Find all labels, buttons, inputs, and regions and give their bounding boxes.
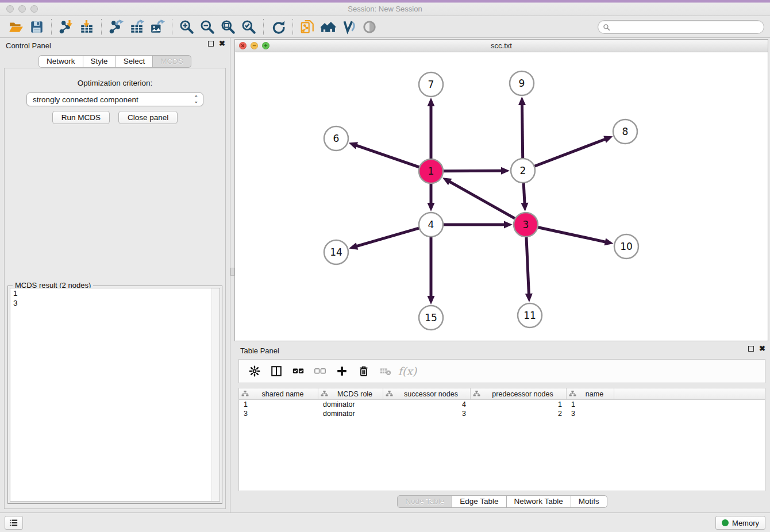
save-session-button[interactable] bbox=[26, 18, 47, 36]
refresh-layout-icon bbox=[271, 20, 286, 34]
panel-splitter-handle[interactable] bbox=[230, 268, 234, 276]
network-window-title: scc.txt bbox=[235, 41, 768, 50]
export-table-button[interactable] bbox=[126, 18, 147, 36]
node-label-1: 1 bbox=[428, 165, 434, 177]
close-table-panel-icon[interactable]: ✖ bbox=[759, 346, 765, 352]
tab-edge-table[interactable]: Edge Table bbox=[452, 495, 506, 508]
node-table[interactable]: shared nameMCDS rolesuccessor nodesprede… bbox=[238, 388, 765, 491]
node-label-14: 14 bbox=[330, 246, 342, 258]
edge-3-10[interactable] bbox=[538, 227, 607, 242]
column-header-successor-nodes[interactable]: successor nodes bbox=[383, 388, 471, 399]
zoom-selected-icon bbox=[241, 20, 256, 34]
table-cell: dominator bbox=[318, 409, 383, 418]
close-panel-button[interactable]: Close panel bbox=[118, 111, 178, 124]
edge-4-14[interactable] bbox=[356, 228, 419, 246]
node-label-9: 9 bbox=[519, 78, 525, 89]
select-stepper-icon: ⌃⌄ bbox=[194, 96, 198, 103]
zoom-fit-button[interactable] bbox=[218, 18, 238, 36]
delete-column-button[interactable] bbox=[354, 363, 374, 380]
import-network-button[interactable] bbox=[56, 18, 76, 36]
control-panel-header: Control Panel ✖ bbox=[0, 38, 230, 53]
new-network-from-file-button[interactable] bbox=[297, 18, 318, 36]
tab-mcds[interactable]: MCDS bbox=[152, 55, 191, 68]
toolbar-separator bbox=[51, 19, 52, 35]
tab-select[interactable]: Select bbox=[116, 55, 153, 68]
open-session-icon bbox=[9, 20, 24, 34]
column-type-icon bbox=[473, 390, 480, 398]
settings-button[interactable] bbox=[245, 363, 264, 380]
arrowhead-1-7 bbox=[428, 98, 435, 106]
main-toolbar bbox=[0, 16, 770, 38]
open-session-button[interactable] bbox=[6, 18, 26, 36]
tab-motifs[interactable]: Motifs bbox=[571, 495, 607, 508]
network-graph[interactable]: 1234678910111415 bbox=[235, 52, 768, 341]
tab-network[interactable]: Network bbox=[38, 55, 83, 68]
float-table-panel-icon[interactable] bbox=[748, 346, 754, 352]
memory-status-dot bbox=[722, 519, 729, 526]
titlebar: Session: New Session bbox=[0, 0, 770, 16]
mcds-result-item[interactable]: 1 bbox=[10, 288, 220, 298]
column-header-predecessor-nodes[interactable]: predecessor nodes bbox=[471, 388, 567, 399]
edge-3-11[interactable] bbox=[526, 237, 529, 295]
tab-style[interactable]: Style bbox=[83, 55, 116, 68]
tab-node-table[interactable]: Node Table bbox=[397, 495, 452, 508]
node-label-2: 2 bbox=[520, 165, 526, 176]
edge-3-1[interactable] bbox=[448, 181, 515, 219]
select-all-button[interactable] bbox=[288, 363, 308, 380]
zoom-in-icon bbox=[179, 20, 194, 34]
arrowhead-1-4 bbox=[428, 203, 435, 211]
zoom-out-button[interactable] bbox=[197, 18, 218, 36]
network-canvas[interactable]: 1234678910111415 bbox=[235, 52, 768, 341]
mcds-result-item[interactable]: 3 bbox=[10, 298, 220, 308]
task-history-button[interactable] bbox=[5, 516, 23, 530]
edge-2-9[interactable] bbox=[522, 103, 522, 159]
arrowhead-3-11 bbox=[525, 294, 533, 302]
node-label-6: 6 bbox=[333, 133, 340, 144]
edge-2-3[interactable] bbox=[523, 183, 525, 205]
memory-button[interactable]: Memory bbox=[715, 516, 765, 530]
optimization-criterion-label: Optimization criterion: bbox=[5, 79, 225, 87]
table-cell: 3 bbox=[239, 409, 318, 418]
function-builder-icon: f(x) bbox=[398, 365, 417, 377]
first-neighbors-button[interactable] bbox=[318, 18, 338, 36]
export-image-icon bbox=[150, 20, 165, 34]
export-image-button[interactable] bbox=[147, 18, 168, 36]
edge-1-2[interactable] bbox=[443, 171, 503, 171]
settings-icon bbox=[248, 365, 261, 377]
criterion-select[interactable]: strongly connected component ⌃⌄ bbox=[26, 92, 203, 106]
table-row[interactable]: 1dominator411 bbox=[239, 400, 765, 409]
node-label-10: 10 bbox=[620, 241, 633, 252]
control-panel-title: Control Panel bbox=[6, 41, 51, 50]
export-network-icon bbox=[109, 20, 124, 34]
zoom-in-button[interactable] bbox=[176, 18, 197, 36]
close-panel-icon[interactable]: ✖ bbox=[219, 41, 225, 47]
refresh-layout-button[interactable] bbox=[268, 18, 288, 36]
zoom-selected-button[interactable] bbox=[238, 18, 259, 36]
import-table-button[interactable] bbox=[76, 18, 97, 36]
result-scrollbar[interactable] bbox=[211, 288, 220, 501]
edge-2-8[interactable] bbox=[534, 138, 607, 166]
show-graphics-details-button[interactable] bbox=[359, 18, 380, 36]
table-row[interactable]: 3dominator323 bbox=[239, 409, 765, 418]
column-header-shared-name[interactable]: shared name bbox=[239, 388, 318, 399]
table-panel-header: Table Panel ✖ bbox=[234, 343, 770, 358]
tab-network-table[interactable]: Network Table bbox=[506, 495, 571, 508]
column-header-name[interactable]: name bbox=[567, 388, 614, 399]
add-column-button[interactable] bbox=[332, 363, 352, 380]
run-mcds-button[interactable]: Run MCDS bbox=[52, 111, 110, 124]
mcds-result-list[interactable]: 13 bbox=[10, 288, 220, 502]
unselect-all-button[interactable] bbox=[310, 363, 330, 380]
column-header-MCDS-role[interactable]: MCDS role bbox=[318, 388, 383, 399]
node-label-3: 3 bbox=[523, 219, 529, 230]
memory-label: Memory bbox=[732, 519, 759, 527]
apply-style-button[interactable] bbox=[338, 18, 359, 36]
workspace: scc.txt 1234678910111415 Table Panel ✖ f… bbox=[234, 38, 770, 512]
float-panel-icon[interactable] bbox=[208, 41, 214, 47]
edge-1-6[interactable] bbox=[355, 145, 419, 167]
columns-button[interactable] bbox=[267, 363, 286, 380]
export-network-button[interactable] bbox=[106, 18, 126, 36]
search-input[interactable] bbox=[614, 23, 759, 32]
table-cell: dominator bbox=[318, 400, 383, 409]
status-bar: Memory bbox=[0, 512, 770, 532]
search-field[interactable] bbox=[598, 20, 764, 34]
